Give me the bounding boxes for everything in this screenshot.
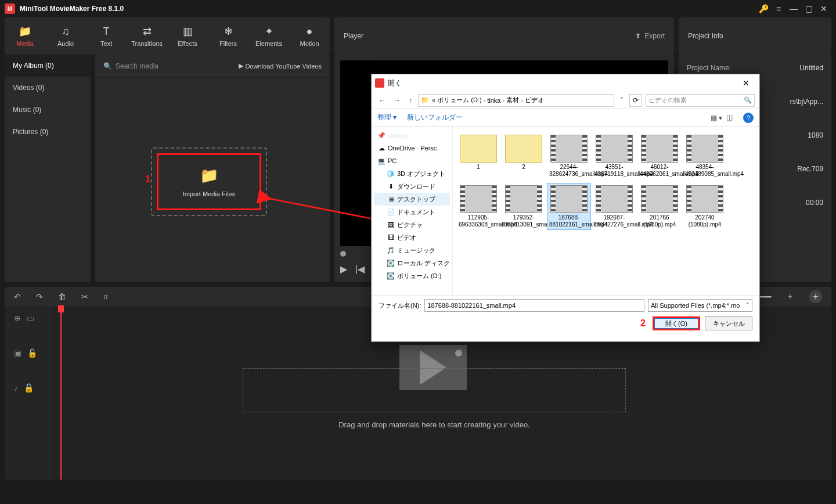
dialog-close-button[interactable]: ✕	[736, 78, 756, 88]
addr-dropdown[interactable]: ˅	[618, 96, 626, 105]
dialog-body: 📌———☁OneDrive - Persc💻PC🧊3D オブジェクト⬇ダウンロー…	[372, 127, 759, 295]
top-tabs: 📁Media♫AudioTText⇄Transitions▥Effects❄Fi…	[5, 17, 330, 55]
tree-node[interactable]: ☁OneDrive - Persc	[374, 142, 450, 154]
redo-button[interactable]: ↷	[36, 292, 43, 301]
file-item[interactable]: 192687-893427276_small.mp4	[592, 183, 636, 230]
tab-elements[interactable]: ✦Elements	[248, 17, 289, 55]
lock-icon[interactable]: 🔓	[24, 383, 34, 411]
file-item[interactable]: 46012-448062061_small.mp4	[637, 132, 682, 179]
cancel-button[interactable]: キャンセル	[705, 316, 752, 330]
tab-icon: 📁	[19, 25, 31, 38]
tab-effects[interactable]: ▥Effects	[167, 17, 208, 55]
seek-handle[interactable]	[340, 251, 346, 257]
view-icon[interactable]: ▣	[14, 348, 21, 376]
close-button[interactable]: ✕	[816, 1, 831, 16]
sidebar-item[interactable]: Videos (0)	[5, 77, 91, 99]
back-button[interactable]: ←	[376, 96, 388, 105]
tree-node[interactable]: 🧊3D オブジェクト	[374, 167, 450, 180]
refresh-button[interactable]: ⟳	[629, 94, 642, 107]
titlebar: M MiniTool MovieMaker Free 8.1.0 🔑 ≡ — ▢…	[0, 0, 836, 17]
tree-node[interactable]: 🎞ビデオ	[374, 231, 450, 244]
import-media-button[interactable]: 📁 Import Media Files	[157, 153, 261, 210]
tab-text[interactable]: TText	[86, 17, 127, 55]
breadcrumb-segment[interactable]: tinka	[487, 97, 500, 104]
download-youtube-link[interactable]: ▶ Download YouTube Videos	[239, 62, 322, 70]
file-item[interactable]: 179352-861813091_small.mp4	[502, 183, 546, 230]
play-button[interactable]: ▶	[340, 264, 347, 275]
help-button[interactable]: ?	[743, 113, 754, 123]
maximize-button[interactable]: ▢	[801, 1, 816, 16]
delete-button[interactable]: 🗑	[58, 292, 66, 301]
breadcrumb-segment[interactable]: « ボリューム (D:)	[432, 96, 482, 105]
file-item[interactable]: 112905-696336308_small.mp4	[456, 183, 500, 230]
up-button[interactable]: ↑	[406, 96, 415, 105]
folder-item[interactable]: 2	[502, 132, 546, 179]
tab-media[interactable]: 📁Media	[5, 17, 45, 55]
prev-frame-button[interactable]: |◀	[355, 264, 365, 275]
tab-transitions[interactable]: ⇄Transitions	[127, 17, 167, 55]
tree-node[interactable]: 🖥デスクトップ	[374, 193, 450, 206]
breadcrumb-segment[interactable]: 素材	[506, 96, 519, 105]
playhead[interactable]	[60, 307, 62, 480]
zoom-in-button[interactable]: ＋	[786, 291, 794, 302]
minimize-button[interactable]: —	[786, 1, 801, 16]
add-icon[interactable]: ⊕	[14, 314, 21, 341]
dialog-search-input[interactable]: ビデオの検索🔍	[646, 94, 755, 107]
file-type-filter[interactable]: All Supported Files (*.mp4;*.mo˅	[648, 299, 752, 312]
file-item[interactable]: 187688-881022161_small.mp4	[547, 183, 591, 230]
dialog-nav: ← → ↑ 📁« ボリューム (D:)›tinka›素材›ビデオ ˅ ⟳ ビデオ…	[372, 92, 759, 109]
tab-icon: ♫	[62, 26, 70, 38]
search-input[interactable]: Search media	[116, 62, 239, 70]
open-button[interactable]: 開く(O)	[653, 316, 700, 330]
file-item[interactable]: 22544-328624736_small.mp4	[547, 132, 591, 179]
track-headers: ⊕▭ ▣🔓 ♪🔓	[5, 307, 53, 480]
view-options[interactable]: ▦ ▾ ◫	[711, 114, 733, 122]
player-label: Player	[344, 32, 363, 40]
sidebar-item[interactable]: My Album (0)	[5, 55, 91, 77]
tree-node[interactable]: 💽ローカル ディスク (	[374, 257, 450, 269]
undo-button[interactable]: ↶	[14, 292, 21, 301]
tree-node[interactable]: 📄ドキュメント	[374, 206, 450, 218]
import-area: 📁 Import Media Files	[151, 147, 267, 216]
tree-node[interactable]: ⬇ダウンロード	[374, 180, 450, 193]
file-item[interactable]: 48354-453189085_small.mp4	[683, 132, 727, 179]
crop-button[interactable]: ⌗	[103, 292, 108, 302]
folder-icon[interactable]: ▭	[27, 314, 34, 341]
sidebar-item[interactable]: Music (0)	[5, 99, 91, 121]
file-item[interactable]: 201766 (1080p).mp4	[637, 183, 682, 230]
dialog-logo	[375, 78, 384, 88]
tree-node[interactable]: 🖼ピクチャ	[374, 218, 450, 231]
filename-input[interactable]	[424, 299, 644, 312]
tree-node[interactable]: 💻PC	[374, 154, 450, 167]
folder-tree: 📌———☁OneDrive - Persc💻PC🧊3D オブジェクト⬇ダウンロー…	[372, 127, 453, 295]
tree-node[interactable]: 🎵ミュージック	[374, 244, 450, 257]
tree-node[interactable]: 💽ボリューム (D:)	[374, 269, 450, 282]
media-sidebar: My Album (0)Videos (0)Music (0)Pictures …	[5, 55, 91, 282]
export-button[interactable]: ⬆ Export	[635, 32, 665, 40]
player-panel-header: Player ⬆ Export	[334, 17, 674, 55]
audio-icon[interactable]: ♪	[14, 383, 18, 411]
youtube-icon: ▶	[239, 62, 243, 70]
track-header-audio: ♪🔓	[5, 376, 53, 411]
file-item[interactable]: 43551-436719118_small.mp4	[592, 132, 636, 179]
cut-button[interactable]: ✂	[81, 292, 88, 301]
tab-audio[interactable]: ♫Audio	[45, 17, 86, 55]
add-track-button[interactable]: +	[809, 290, 822, 303]
new-folder-button[interactable]: 新しいフォルダー	[407, 113, 463, 123]
folder-item[interactable]: 1	[456, 132, 500, 179]
tab-motion[interactable]: ●Motion	[289, 17, 330, 55]
sidebar-item[interactable]: Pictures (0)	[5, 121, 91, 143]
timeline-drop-zone[interactable]	[243, 368, 626, 412]
file-item[interactable]: 202740 (1080p).mp4	[683, 183, 727, 230]
organize-button[interactable]: 整理 ▾	[377, 113, 397, 123]
hamburger-icon[interactable]: ≡	[771, 1, 786, 16]
lock-icon[interactable]: 🔓	[27, 348, 37, 376]
open-file-dialog: 開く ✕ ← → ↑ 📁« ボリューム (D:)›tinka›素材›ビデオ ˅ …	[371, 74, 760, 342]
tree-node[interactable]: 📌———	[374, 129, 450, 142]
key-icon[interactable]: 🔑	[756, 1, 771, 16]
forward-button[interactable]: →	[391, 96, 403, 105]
breadcrumb-segment[interactable]: ビデオ	[525, 96, 544, 105]
address-bar[interactable]: 📁« ボリューム (D:)›tinka›素材›ビデオ	[418, 94, 614, 107]
folder-icon: 📁	[200, 167, 218, 185]
tab-filters[interactable]: ❄Filters	[208, 17, 248, 55]
